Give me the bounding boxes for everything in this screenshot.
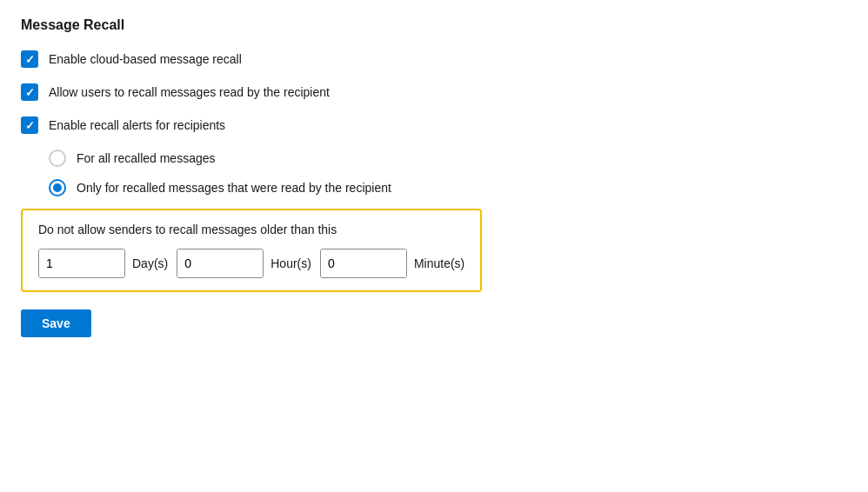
- recall-box-label: Do not allow senders to recall messages …: [38, 223, 464, 236]
- days-input[interactable]: [39, 249, 125, 277]
- days-unit-label: Day(s): [132, 256, 168, 270]
- minutes-input-wrap: ▲ ▼: [320, 249, 407, 278]
- hours-spinner-group: ▲ ▼ Hour(s): [177, 249, 311, 278]
- minutes-spinner-group: ▲ ▼ Minute(s): [320, 249, 464, 278]
- checkbox-label-1: Enable cloud-based message recall: [49, 52, 242, 66]
- radio-read-only[interactable]: [49, 179, 66, 196]
- checkbox-enable-cloud[interactable]: ✓ Enable cloud-based message recall: [21, 50, 242, 68]
- checkbox-icon-1: ✓: [21, 50, 38, 68]
- minutes-unit-label: Minute(s): [414, 256, 464, 270]
- save-button[interactable]: Save: [21, 309, 91, 337]
- radio-row-all: For all recalled messages: [49, 150, 847, 167]
- hours-unit-label: Hour(s): [270, 256, 311, 270]
- radio-row-read: Only for recalled messages that were rea…: [49, 179, 847, 196]
- option-row-3: ✓ Enable recall alerts for recipients: [21, 116, 847, 134]
- minutes-input[interactable]: [321, 249, 407, 277]
- option-row-2: ✓ Allow users to recall messages read by…: [21, 83, 847, 101]
- spinners-row: ▲ ▼ Day(s) ▲ ▼ Hour(s) ▲: [38, 249, 464, 278]
- hours-input[interactable]: [177, 249, 264, 277]
- checkbox-recall-alerts[interactable]: ✓ Enable recall alerts for recipients: [21, 116, 225, 134]
- hours-input-wrap: ▲ ▼: [177, 249, 264, 278]
- recall-age-box: Do not allow senders to recall messages …: [21, 209, 482, 292]
- radio-label-1: For all recalled messages: [77, 151, 216, 165]
- checkbox-label-2: Allow users to recall messages read by t…: [49, 85, 330, 99]
- checkbox-allow-recall[interactable]: ✓ Allow users to recall messages read by…: [21, 83, 330, 101]
- page-title: Message Recall: [21, 17, 847, 33]
- checkbox-icon-2: ✓: [21, 83, 38, 101]
- radio-label-2: Only for recalled messages that were rea…: [77, 181, 391, 195]
- option-row-1: ✓ Enable cloud-based message recall: [21, 50, 847, 68]
- checkbox-label-3: Enable recall alerts for recipients: [49, 118, 225, 132]
- days-input-wrap: ▲ ▼: [38, 249, 125, 278]
- radio-selected-indicator: [53, 183, 62, 192]
- days-spinner-group: ▲ ▼ Day(s): [38, 249, 168, 278]
- checkbox-icon-3: ✓: [21, 116, 38, 134]
- radio-all-recalled[interactable]: [49, 150, 66, 167]
